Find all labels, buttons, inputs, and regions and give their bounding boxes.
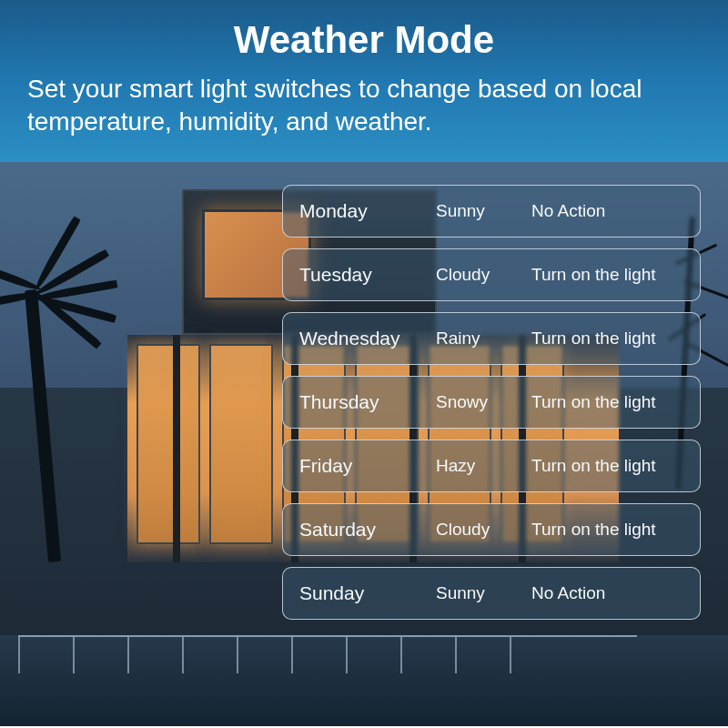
main-content: Monday Sunny No Action Tuesday Cloudy Tu…: [0, 162, 728, 726]
weather-label: Cloudy: [436, 520, 531, 540]
day-label: Wednesday: [299, 328, 436, 349]
schedule-row-wednesday[interactable]: Wednesday Rainy Turn on the light: [282, 312, 701, 365]
day-label: Sunday: [299, 582, 436, 604]
weather-label: Rainy: [436, 329, 531, 349]
pool-railing: [18, 635, 637, 672]
palm-tree-icon: [0, 198, 118, 562]
page-title: Weather Mode: [27, 18, 701, 62]
schedule-row-saturday[interactable]: Saturday Cloudy Turn on the light: [282, 503, 701, 556]
schedule-row-monday[interactable]: Monday Sunny No Action: [282, 185, 701, 238]
schedule-row-tuesday[interactable]: Tuesday Cloudy Turn on the light: [282, 248, 701, 301]
action-label: Turn on the light: [531, 265, 683, 285]
action-label: Turn on the light: [531, 456, 683, 476]
day-label: Thursday: [299, 391, 436, 413]
action-label: Turn on the light: [531, 520, 683, 540]
header: Weather Mode Set your smart light switch…: [0, 0, 728, 162]
schedule-row-sunday[interactable]: Sunday Sunny No Action: [282, 567, 701, 620]
day-label: Saturday: [299, 519, 436, 541]
action-label: No Action: [531, 583, 683, 603]
weather-label: Snowy: [436, 392, 531, 412]
schedule-row-friday[interactable]: Friday Hazy Turn on the light: [282, 440, 701, 492]
weather-label: Sunny: [436, 583, 531, 603]
action-label: Turn on the light: [531, 392, 683, 412]
weather-label: Cloudy: [436, 265, 531, 285]
weather-label: Sunny: [436, 201, 531, 221]
action-label: No Action: [531, 201, 683, 221]
day-label: Monday: [299, 200, 436, 222]
weather-label: Hazy: [436, 456, 531, 476]
day-label: Friday: [299, 455, 436, 477]
page-subtitle: Set your smart light switches to change …: [27, 73, 701, 139]
day-label: Tuesday: [299, 264, 436, 286]
schedule-row-thursday[interactable]: Thursday Snowy Turn on the light: [282, 376, 701, 429]
action-label: Turn on the light: [531, 329, 683, 349]
weather-schedule: Monday Sunny No Action Tuesday Cloudy Tu…: [282, 185, 701, 631]
